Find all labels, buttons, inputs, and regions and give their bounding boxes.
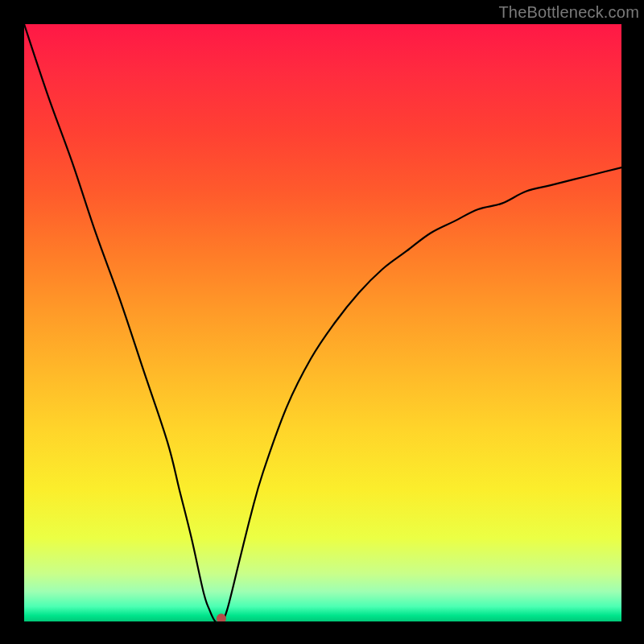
chart-svg xyxy=(24,24,621,621)
chart-plot-area xyxy=(24,24,621,621)
bottleneck-curve xyxy=(24,24,621,621)
watermark-label: TheBottleneck.com xyxy=(498,3,639,22)
chart-container: TheBottleneck.com xyxy=(0,0,644,644)
